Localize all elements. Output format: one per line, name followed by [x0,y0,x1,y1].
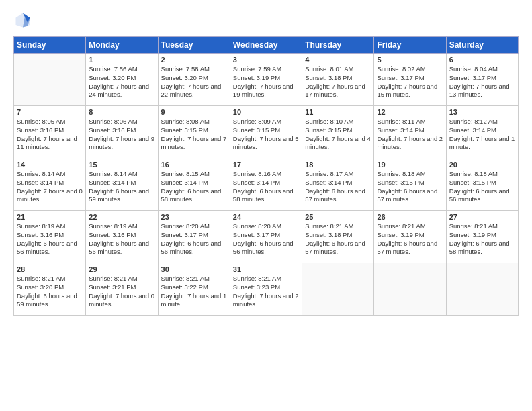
day-number: 1 [89,56,154,64]
day-number: 3 [233,56,299,64]
day-info: Sunrise: 8:02 AMSunset: 3:17 PMDaylight:… [377,65,443,99]
col-header-thursday: Thursday [302,37,374,54]
day-cell: 30Sunrise: 8:21 AMSunset: 3:22 PMDayligh… [158,263,230,316]
day-cell: 1Sunrise: 7:56 AMSunset: 3:20 PMDaylight… [86,54,158,106]
day-cell: 28Sunrise: 8:21 AMSunset: 3:20 PMDayligh… [14,263,86,316]
day-info: Sunrise: 8:19 AMSunset: 3:16 PMDaylight:… [89,222,154,257]
day-number: 24 [233,213,299,221]
day-cell: 13Sunrise: 8:12 AMSunset: 3:14 PMDayligh… [446,106,518,158]
day-cell: 2Sunrise: 7:58 AMSunset: 3:20 PMDaylight… [158,54,230,106]
day-info: Sunrise: 8:10 AMSunset: 3:15 PMDaylight:… [305,118,371,152]
day-cell: 12Sunrise: 8:11 AMSunset: 3:14 PMDayligh… [374,106,446,158]
day-number: 29 [89,265,154,273]
col-header-friday: Friday [374,37,446,54]
day-cell: 8Sunrise: 8:06 AMSunset: 3:16 PMDaylight… [86,106,158,158]
day-number: 5 [377,56,443,64]
day-cell: 23Sunrise: 8:20 AMSunset: 3:17 PMDayligh… [158,211,230,263]
day-info: Sunrise: 8:19 AMSunset: 3:16 PMDaylight:… [17,222,83,257]
day-cell: 18Sunrise: 8:17 AMSunset: 3:14 PMDayligh… [302,158,374,211]
day-number: 30 [161,265,227,273]
day-number: 10 [233,108,299,116]
calendar-header-row: SundayMondayTuesdayWednesdayThursdayFrid… [14,37,519,54]
col-header-tuesday: Tuesday [158,37,230,54]
col-header-sunday: Sunday [14,37,86,54]
day-info: Sunrise: 8:18 AMSunset: 3:15 PMDaylight:… [449,170,515,204]
day-info: Sunrise: 8:14 AMSunset: 3:14 PMDaylight:… [17,170,83,204]
day-cell: 5Sunrise: 8:02 AMSunset: 3:17 PMDaylight… [374,54,446,106]
day-info: Sunrise: 8:12 AMSunset: 3:14 PMDaylight:… [449,118,515,152]
day-info: Sunrise: 8:21 AMSunset: 3:20 PMDaylight:… [17,275,83,309]
day-info: Sunrise: 8:21 AMSunset: 3:18 PMDaylight:… [305,222,371,257]
day-number: 22 [89,213,154,221]
day-info: Sunrise: 8:21 AMSunset: 3:19 PMDaylight:… [449,222,515,257]
day-info: Sunrise: 8:18 AMSunset: 3:15 PMDaylight:… [377,170,443,204]
day-info: Sunrise: 8:15 AMSunset: 3:14 PMDaylight:… [161,170,227,204]
logo [13,11,35,30]
day-number: 16 [161,161,227,169]
day-info: Sunrise: 8:04 AMSunset: 3:17 PMDaylight:… [449,65,515,99]
day-cell: 10Sunrise: 8:09 AMSunset: 3:15 PMDayligh… [230,106,302,158]
day-cell [446,263,518,316]
day-number: 4 [305,56,371,64]
day-cell [374,263,446,316]
day-cell: 26Sunrise: 8:21 AMSunset: 3:19 PMDayligh… [374,211,446,263]
logo-icon [13,11,32,30]
day-number: 6 [449,56,515,64]
day-number: 9 [161,108,227,116]
day-info: Sunrise: 8:16 AMSunset: 3:14 PMDaylight:… [233,170,299,204]
day-number: 11 [305,108,371,116]
day-cell: 9Sunrise: 8:08 AMSunset: 3:15 PMDaylight… [158,106,230,158]
day-info: Sunrise: 8:21 AMSunset: 3:23 PMDaylight:… [233,275,299,309]
day-cell: 29Sunrise: 8:21 AMSunset: 3:21 PMDayligh… [86,263,158,316]
day-cell: 6Sunrise: 8:04 AMSunset: 3:17 PMDaylight… [446,54,518,106]
day-number: 21 [17,213,83,221]
day-number: 18 [305,161,371,169]
day-info: Sunrise: 8:20 AMSunset: 3:17 PMDaylight:… [161,222,227,257]
day-number: 2 [161,56,227,64]
day-number: 14 [17,161,83,169]
day-cell [14,54,86,106]
day-cell: 17Sunrise: 8:16 AMSunset: 3:14 PMDayligh… [230,158,302,211]
week-row-3: 14Sunrise: 8:14 AMSunset: 3:14 PMDayligh… [14,158,519,211]
day-cell: 14Sunrise: 8:14 AMSunset: 3:14 PMDayligh… [14,158,86,211]
col-header-saturday: Saturday [446,37,518,54]
day-info: Sunrise: 7:58 AMSunset: 3:20 PMDaylight:… [161,65,227,99]
day-cell: 31Sunrise: 8:21 AMSunset: 3:23 PMDayligh… [230,263,302,316]
day-number: 8 [89,108,154,116]
day-number: 7 [17,108,83,116]
week-row-4: 21Sunrise: 8:19 AMSunset: 3:16 PMDayligh… [14,211,519,263]
day-cell: 25Sunrise: 8:21 AMSunset: 3:18 PMDayligh… [302,211,374,263]
header [13,11,519,30]
day-info: Sunrise: 8:21 AMSunset: 3:19 PMDaylight:… [377,222,443,257]
col-header-monday: Monday [86,37,158,54]
page: SundayMondayTuesdayWednesdayThursdayFrid… [0,0,532,411]
day-info: Sunrise: 8:08 AMSunset: 3:15 PMDaylight:… [161,118,227,152]
day-number: 27 [449,213,515,221]
day-cell: 21Sunrise: 8:19 AMSunset: 3:16 PMDayligh… [14,211,86,263]
week-row-5: 28Sunrise: 8:21 AMSunset: 3:20 PMDayligh… [14,263,519,316]
day-cell: 20Sunrise: 8:18 AMSunset: 3:15 PMDayligh… [446,158,518,211]
day-cell: 24Sunrise: 8:20 AMSunset: 3:17 PMDayligh… [230,211,302,263]
week-row-2: 7Sunrise: 8:05 AMSunset: 3:16 PMDaylight… [14,106,519,158]
day-info: Sunrise: 8:21 AMSunset: 3:21 PMDaylight:… [89,275,154,309]
day-number: 12 [377,108,443,116]
day-cell: 19Sunrise: 8:18 AMSunset: 3:15 PMDayligh… [374,158,446,211]
day-cell [302,263,374,316]
day-number: 26 [377,213,443,221]
day-cell: 4Sunrise: 8:01 AMSunset: 3:18 PMDaylight… [302,54,374,106]
day-info: Sunrise: 8:11 AMSunset: 3:14 PMDaylight:… [377,118,443,152]
day-number: 20 [449,161,515,169]
day-number: 15 [89,161,154,169]
day-number: 31 [233,265,299,273]
day-info: Sunrise: 8:17 AMSunset: 3:14 PMDaylight:… [305,170,371,204]
calendar: SundayMondayTuesdayWednesdayThursdayFrid… [13,36,519,316]
day-info: Sunrise: 7:59 AMSunset: 3:19 PMDaylight:… [233,65,299,99]
day-number: 13 [449,108,515,116]
col-header-wednesday: Wednesday [230,37,302,54]
day-info: Sunrise: 8:05 AMSunset: 3:16 PMDaylight:… [17,118,83,152]
day-info: Sunrise: 8:01 AMSunset: 3:18 PMDaylight:… [305,65,371,99]
day-info: Sunrise: 8:14 AMSunset: 3:14 PMDaylight:… [89,170,154,204]
day-number: 23 [161,213,227,221]
day-number: 25 [305,213,371,221]
day-info: Sunrise: 8:09 AMSunset: 3:15 PMDaylight:… [233,118,299,152]
